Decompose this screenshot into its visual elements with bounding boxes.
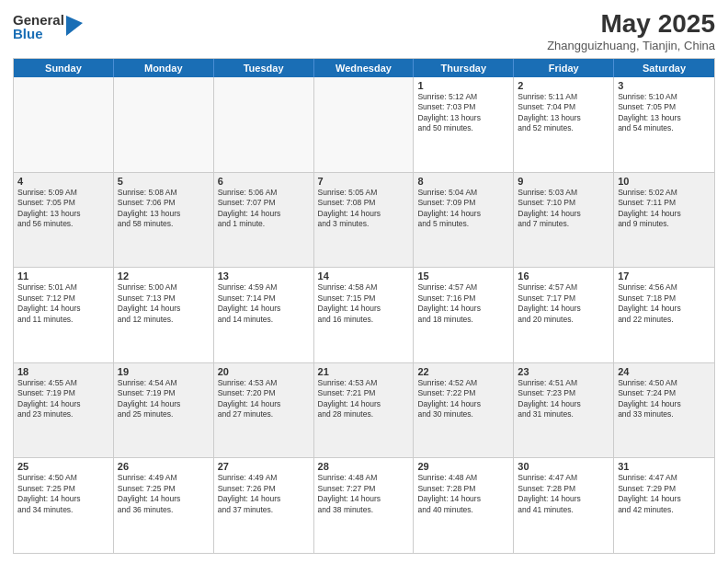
cell-text: Sunrise: 5:10 AM Sunset: 7:05 PM Dayligh… [618,92,711,134]
cell-text: Sunrise: 4:57 AM Sunset: 7:16 PM Dayligh… [417,282,509,325]
calendar-header-cell: Tuesday [214,59,314,77]
cell-text: Sunrise: 4:53 AM Sunset: 7:20 PM Dayligh… [218,378,310,420]
calendar-cell: 15Sunrise: 4:57 AM Sunset: 7:16 PM Dayli… [414,268,514,362]
calendar-cell: 13Sunrise: 4:59 AM Sunset: 7:14 PM Dayli… [214,268,314,362]
svg-marker-0 [66,16,83,36]
calendar: SundayMondayTuesdayWednesdayThursdayFrid… [13,58,715,554]
calendar-cell: 9Sunrise: 5:03 AM Sunset: 7:10 PM Daylig… [514,173,614,268]
cell-text: Sunrise: 5:05 AM Sunset: 7:08 PM Dayligh… [318,188,410,230]
day-number: 14 [318,270,410,282]
cell-text: Sunrise: 4:48 AM Sunset: 7:28 PM Dayligh… [417,473,509,515]
day-number: 23 [518,366,609,377]
cell-text: Sunrise: 5:06 AM Sunset: 7:07 PM Dayligh… [218,188,310,230]
cell-text: Sunrise: 4:49 AM Sunset: 7:26 PM Dayligh… [218,473,310,515]
logo-general: General [13,13,64,27]
calendar-cell: 26Sunrise: 4:49 AM Sunset: 7:25 PM Dayli… [114,458,214,553]
day-number: 7 [318,176,410,187]
cell-text: Sunrise: 4:57 AM Sunset: 7:17 PM Dayligh… [518,282,609,325]
cell-text: Sunrise: 5:02 AM Sunset: 7:11 PM Dayligh… [618,188,711,230]
header: General Blue May 2025 Zhangguizhuang, Ti… [13,9,715,52]
day-number: 25 [17,461,109,472]
calendar-header-cell: Saturday [614,59,714,77]
cell-text: Sunrise: 4:58 AM Sunset: 7:15 PM Dayligh… [318,282,410,325]
calendar-cell: 6Sunrise: 5:06 AM Sunset: 7:07 PM Daylig… [214,173,314,268]
calendar-cell: 23Sunrise: 4:51 AM Sunset: 7:23 PM Dayli… [514,363,614,458]
cell-text: Sunrise: 4:50 AM Sunset: 7:25 PM Dayligh… [17,473,109,515]
calendar-cell: 11Sunrise: 5:01 AM Sunset: 7:12 PM Dayli… [14,268,114,362]
calendar-row: 1Sunrise: 5:12 AM Sunset: 7:03 PM Daylig… [14,77,714,173]
calendar-cell: 2Sunrise: 5:11 AM Sunset: 7:04 PM Daylig… [514,77,614,172]
logo-icon [66,16,83,36]
day-number: 10 [618,176,711,187]
title-block: May 2025 Zhangguizhuang, Tianjin, China [547,9,715,52]
cell-text: Sunrise: 4:55 AM Sunset: 7:19 PM Dayligh… [17,378,109,420]
calendar-cell: 3Sunrise: 5:10 AM Sunset: 7:05 PM Daylig… [614,77,714,172]
calendar-header: SundayMondayTuesdayWednesdayThursdayFrid… [14,59,714,77]
calendar-cell: 29Sunrise: 4:48 AM Sunset: 7:28 PM Dayli… [414,458,514,553]
calendar-cell: 17Sunrise: 4:56 AM Sunset: 7:18 PM Dayli… [614,268,714,362]
calendar-header-cell: Monday [114,59,214,77]
calendar-cell [214,77,314,172]
cell-text: Sunrise: 5:09 AM Sunset: 7:05 PM Dayligh… [17,188,109,230]
calendar-cell: 24Sunrise: 4:50 AM Sunset: 7:24 PM Dayli… [614,363,714,458]
cell-text: Sunrise: 4:48 AM Sunset: 7:27 PM Dayligh… [318,473,410,515]
calendar-cell: 28Sunrise: 4:48 AM Sunset: 7:27 PM Dayli… [314,458,415,553]
calendar-cell: 1Sunrise: 5:12 AM Sunset: 7:03 PM Daylig… [414,77,514,172]
calendar-cell: 7Sunrise: 5:05 AM Sunset: 7:08 PM Daylig… [314,173,415,268]
calendar-cell: 30Sunrise: 4:47 AM Sunset: 7:28 PM Dayli… [514,458,614,553]
cell-text: Sunrise: 4:53 AM Sunset: 7:21 PM Dayligh… [318,378,410,420]
cell-text: Sunrise: 4:47 AM Sunset: 7:28 PM Dayligh… [518,473,609,515]
calendar-cell: 31Sunrise: 4:47 AM Sunset: 7:29 PM Dayli… [614,458,714,553]
day-number: 17 [618,270,711,282]
cell-text: Sunrise: 5:00 AM Sunset: 7:13 PM Dayligh… [118,282,210,325]
calendar-header-cell: Thursday [414,59,514,77]
month-year: May 2025 [547,9,715,39]
cell-text: Sunrise: 5:03 AM Sunset: 7:10 PM Dayligh… [518,188,609,230]
cell-text: Sunrise: 4:51 AM Sunset: 7:23 PM Dayligh… [518,378,609,420]
calendar-row: 25Sunrise: 4:50 AM Sunset: 7:25 PM Dayli… [14,458,714,553]
day-number: 22 [417,366,509,377]
day-number: 18 [17,366,109,377]
day-number: 5 [118,176,210,187]
cell-text: Sunrise: 4:49 AM Sunset: 7:25 PM Dayligh… [118,473,210,515]
location: Zhangguizhuang, Tianjin, China [547,39,715,52]
cell-text: Sunrise: 4:50 AM Sunset: 7:24 PM Dayligh… [618,378,711,420]
calendar-row: 4Sunrise: 5:09 AM Sunset: 7:05 PM Daylig… [14,173,714,269]
calendar-cell: 18Sunrise: 4:55 AM Sunset: 7:19 PM Dayli… [14,363,114,458]
day-number: 12 [118,270,210,282]
day-number: 28 [318,461,410,472]
calendar-cell: 19Sunrise: 4:54 AM Sunset: 7:19 PM Dayli… [114,363,214,458]
cell-text: Sunrise: 4:59 AM Sunset: 7:14 PM Dayligh… [218,282,310,325]
calendar-header-cell: Friday [514,59,614,77]
calendar-cell: 8Sunrise: 5:04 AM Sunset: 7:09 PM Daylig… [414,173,514,268]
day-number: 16 [518,270,609,282]
calendar-cell: 25Sunrise: 4:50 AM Sunset: 7:25 PM Dayli… [14,458,114,553]
calendar-cell [14,77,114,172]
calendar-header-cell: Sunday [14,59,114,77]
day-number: 1 [417,80,509,91]
calendar-cell: 21Sunrise: 4:53 AM Sunset: 7:21 PM Dayli… [314,363,415,458]
cell-text: Sunrise: 5:11 AM Sunset: 7:04 PM Dayligh… [518,92,609,134]
day-number: 4 [17,176,109,187]
calendar-cell: 10Sunrise: 5:02 AM Sunset: 7:11 PM Dayli… [614,173,714,268]
day-number: 24 [618,366,711,377]
cell-text: Sunrise: 5:12 AM Sunset: 7:03 PM Dayligh… [417,92,509,134]
cell-text: Sunrise: 5:01 AM Sunset: 7:12 PM Dayligh… [17,282,109,325]
calendar-cell: 14Sunrise: 4:58 AM Sunset: 7:15 PM Dayli… [314,268,415,362]
cell-text: Sunrise: 4:54 AM Sunset: 7:19 PM Dayligh… [118,378,210,420]
calendar-body: 1Sunrise: 5:12 AM Sunset: 7:03 PM Daylig… [14,77,714,553]
calendar-cell [314,77,415,172]
calendar-cell: 16Sunrise: 4:57 AM Sunset: 7:17 PM Dayli… [514,268,614,362]
calendar-cell: 4Sunrise: 5:09 AM Sunset: 7:05 PM Daylig… [14,173,114,268]
day-number: 13 [218,270,310,282]
day-number: 9 [518,176,609,187]
day-number: 8 [417,176,509,187]
calendar-row: 11Sunrise: 5:01 AM Sunset: 7:12 PM Dayli… [14,268,714,363]
day-number: 20 [218,366,310,377]
calendar-cell: 20Sunrise: 4:53 AM Sunset: 7:20 PM Dayli… [214,363,314,458]
day-number: 30 [518,461,609,472]
day-number: 31 [618,461,711,472]
cell-text: Sunrise: 4:56 AM Sunset: 7:18 PM Dayligh… [618,282,711,325]
logo-text: General Blue [13,13,64,40]
day-number: 21 [318,366,410,377]
